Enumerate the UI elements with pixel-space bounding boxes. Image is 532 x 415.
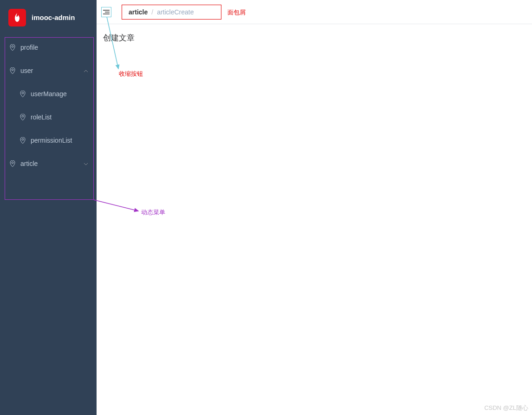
- location-icon: [19, 91, 26, 97]
- sidebar: imooc-admin profile user userManage: [0, 0, 97, 415]
- page-title: 创建文章: [97, 24, 532, 43]
- sidebar-item-rolelist[interactable]: roleList: [0, 105, 97, 129]
- breadcrumb-root[interactable]: article: [129, 8, 148, 16]
- chevron-up-icon: [84, 67, 88, 74]
- flame-icon: [13, 13, 22, 23]
- breadcrumb-separator: /: [151, 8, 153, 16]
- breadcrumb-current: articleCreate: [157, 8, 194, 16]
- header: article / articleCreate: [97, 0, 532, 24]
- main-content: 创建文章: [97, 24, 532, 415]
- breadcrumb: article / articleCreate: [122, 5, 221, 20]
- sidebar-item-profile[interactable]: profile: [0, 36, 97, 59]
- sidebar-item-label: userManage: [31, 90, 97, 98]
- annotation-collapse: 收缩按钮: [119, 70, 143, 78]
- sidebar-item-label: profile: [20, 44, 97, 51]
- chevron-down-icon: [84, 160, 88, 167]
- annotation-menu: 动态菜单: [141, 208, 165, 217]
- app-logo: [8, 9, 26, 26]
- location-icon: [9, 160, 16, 167]
- sidebar-item-label: permissionList: [31, 137, 97, 144]
- sidebar-menu: profile user userManage roleList: [0, 35, 97, 175]
- app-title: imooc-admin: [32, 13, 75, 21]
- annotation-breadcrumb: 面包屑: [227, 8, 246, 17]
- watermark: CSDN @ZL随心: [484, 404, 528, 412]
- hamburger-icon: [103, 9, 110, 15]
- location-icon: [9, 67, 16, 74]
- sidebar-item-label: user: [20, 67, 84, 74]
- sidebar-item-usermanage[interactable]: userManage: [0, 82, 97, 105]
- sidebar-item-user[interactable]: user: [0, 59, 97, 82]
- sidebar-item-permissionlist[interactable]: permissionList: [0, 129, 97, 152]
- sidebar-item-label: article: [20, 160, 84, 167]
- sidebar-item-label: roleList: [31, 113, 97, 121]
- logo-area: imooc-admin: [0, 0, 97, 35]
- location-icon: [19, 137, 26, 144]
- location-icon: [19, 114, 26, 120]
- location-icon: [9, 44, 16, 51]
- collapse-button[interactable]: [101, 7, 111, 17]
- sidebar-item-article[interactable]: article: [0, 152, 97, 175]
